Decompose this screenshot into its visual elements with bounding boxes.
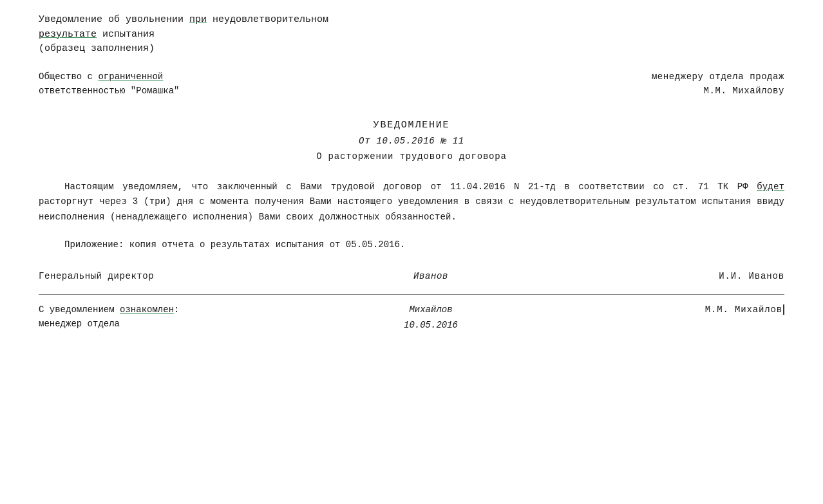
header-underline-rezultate: результате bbox=[39, 29, 97, 40]
doc-subject: О расторжении трудового договора bbox=[39, 149, 784, 165]
org-recipient-line2: М.М. Михайлову bbox=[652, 84, 784, 98]
ack-underline-oznakomlen: ознакомлен bbox=[120, 304, 174, 315]
org-recipient: менеджеру отдела продаж М.М. Михайлову bbox=[652, 70, 784, 98]
sig-signature: Иванов bbox=[366, 271, 495, 281]
org-sender-line1: Общество с ограниченной bbox=[39, 70, 179, 84]
org-block: Общество с ограниченной ответственностью… bbox=[39, 70, 784, 98]
header-line1: Уведомление об увольнении при неудовлетв… bbox=[39, 13, 784, 28]
org-sender: Общество с ограниченной ответственностью… bbox=[39, 70, 179, 98]
signature-row: Генеральный директор Иванов И.И. Иванов bbox=[39, 271, 784, 281]
ack-row: С уведомлением ознакомлен: менеджер отде… bbox=[39, 303, 784, 333]
ack-fullname: М.М. Михайлов bbox=[656, 303, 784, 318]
divider bbox=[39, 294, 784, 295]
acknowledgment-block: С уведомлением ознакомлен: менеджер отде… bbox=[39, 303, 784, 333]
ack-sig-name: Михайлов bbox=[366, 303, 495, 318]
appendix-text: Приложение: копия отчета о результатах и… bbox=[64, 239, 405, 250]
org-sender-line2: ответственностью "Ромашка" bbox=[39, 84, 179, 98]
sig-position: Генеральный директор bbox=[39, 271, 206, 281]
document-center-heading: УВЕДОМЛЕНИЕ От 10.05.2016 № 11 О расторж… bbox=[39, 117, 784, 164]
ack-signature-middle: Михайлов 10.05.2016 bbox=[366, 303, 495, 333]
header-line2: результате испытания bbox=[39, 28, 784, 42]
ack-line1: С уведомлением ознакомлен: bbox=[39, 303, 206, 317]
body-paragraph: Настоящим уведомляем, что заключенный с … bbox=[39, 180, 784, 224]
body-underline-budet: будет bbox=[757, 182, 784, 192]
org-recipient-line1: менеджеру отдела продаж bbox=[652, 70, 784, 84]
doc-title: УВЕДОМЛЕНИЕ bbox=[39, 117, 784, 134]
ack-left: С уведомлением ознакомлен: менеджер отде… bbox=[39, 303, 206, 331]
header-line3: (образец заполнения) bbox=[39, 42, 784, 57]
org-underline-ogranichennoy: ограниченной bbox=[98, 71, 163, 82]
doc-date-number: От 10.05.2016 № 11 bbox=[39, 134, 784, 149]
ack-line2: менеджер отдела bbox=[39, 317, 206, 331]
appendix-line: Приложение: копия отчета о результатах и… bbox=[39, 238, 784, 252]
signature-block: Генеральный директор Иванов И.И. Иванов bbox=[39, 271, 784, 281]
document-header: Уведомление об увольнении при неудовлетв… bbox=[39, 13, 784, 57]
ack-name-value: М.М. Михайлов bbox=[705, 304, 784, 315]
sig-fullname: И.И. Иванов bbox=[656, 271, 784, 281]
header-underline-pri: при bbox=[189, 14, 207, 25]
ack-sig-date: 10.05.2016 bbox=[366, 318, 495, 333]
ack-full-name-text: М.М. Михайлов bbox=[656, 303, 784, 318]
